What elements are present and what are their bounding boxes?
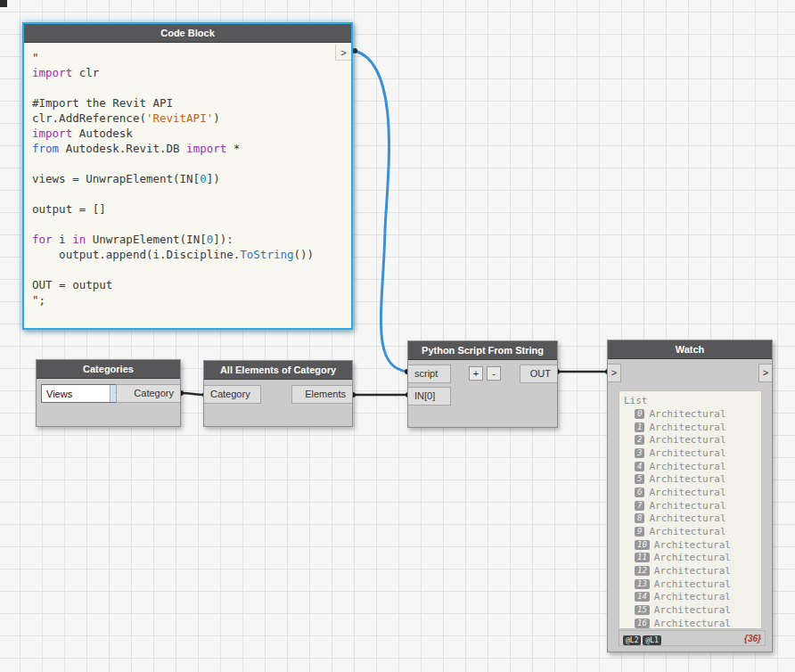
python-output-port[interactable]: OUT	[520, 365, 557, 383]
watch-list-item: 5Architectural	[624, 472, 757, 486]
add-input-button[interactable]: +	[469, 366, 483, 381]
code-block-header[interactable]: Code Block	[24, 24, 351, 43]
watch-list-item: 10Architectural	[624, 538, 757, 552]
watch-list-items: 0Architectural1Architectural2Architectur…	[624, 407, 757, 629]
watch-list-item: 0Architectural	[624, 407, 757, 421]
watch-list-type-label: List	[624, 394, 757, 407]
categories-output-port[interactable]: Category	[116, 384, 180, 403]
remove-input-button[interactable]: -	[487, 366, 501, 381]
python-script-header[interactable]: Python Script From String	[408, 341, 557, 360]
node-all-elements-of-category[interactable]: All Elements of Category Category Elemen…	[203, 360, 353, 427]
node-python-script-from-string[interactable]: Python Script From String script + - OUT…	[407, 340, 558, 428]
watch-list-item: 3Architectural	[624, 447, 757, 460]
watch-list-item: 2Architectural	[624, 433, 757, 447]
categories-dropdown-value: Views	[42, 389, 110, 399]
watch-input-port[interactable]: >	[608, 364, 621, 382]
node-categories[interactable]: Categories Views ▾ Category	[36, 359, 181, 427]
watch-list-item: 7Architectural	[624, 499, 757, 512]
node-watch[interactable]: Watch > > List 0Architectural1Architectu…	[607, 340, 773, 652]
watch-item-count-badge: {36}	[744, 634, 761, 643]
workspace-origin-marker	[0, 0, 7, 7]
python-script-input-port[interactable]: script	[408, 365, 451, 383]
watch-list-item: 4Architectural	[624, 460, 757, 473]
all-elements-header[interactable]: All Elements of Category	[204, 361, 352, 380]
all-elements-output-port[interactable]: Elements	[291, 385, 352, 404]
watch-list-item: 8Architectural	[624, 512, 757, 526]
watch-level-tags: @L2@L1	[623, 630, 663, 646]
watch-list[interactable]: List 0Architectural1Architectural2Archit…	[619, 390, 762, 629]
python-in0-port[interactable]: IN[0]	[408, 387, 451, 406]
watch-list-item: 9Architectural	[624, 525, 757, 538]
dynamo-workspace-canvas[interactable]: Code Block "import clr #Import the Revit…	[0, 0, 795, 672]
level-tag[interactable]: @L2	[623, 635, 641, 645]
watch-list-item: 15Architectural	[624, 603, 757, 617]
watch-footer-bar: @L2@L1 {36}	[619, 630, 766, 646]
watch-output-port[interactable]: >	[758, 364, 772, 382]
level-tag[interactable]: @L1	[643, 635, 660, 645]
watch-list-item: 6Architectural	[624, 486, 757, 499]
watch-list-item: 11Architectural	[624, 552, 757, 565]
wire-categories-to-allelements[interactable]	[181, 393, 205, 395]
watch-header[interactable]: Watch	[608, 340, 772, 359]
watch-list-item: 13Architectural	[624, 578, 757, 591]
all-elements-input-port[interactable]: Category	[204, 385, 261, 404]
categories-dropdown[interactable]: Views ▾	[41, 384, 125, 403]
watch-list-item: 14Architectural	[624, 591, 757, 604]
node-code-block[interactable]: Code Block "import clr #Import the Revit…	[22, 22, 353, 330]
categories-header[interactable]: Categories	[37, 360, 180, 379]
code-editor[interactable]: "import clr #Import the Revit APIclr.Add…	[32, 50, 332, 323]
watch-list-item: 16Architectural	[624, 617, 757, 629]
wire-codeblock-to-python-script[interactable]	[355, 51, 407, 372]
watch-list-item: 12Architectural	[624, 564, 757, 578]
watch-list-item: 1Architectural	[624, 421, 757, 434]
code-block-output-port[interactable]: >	[335, 45, 351, 61]
